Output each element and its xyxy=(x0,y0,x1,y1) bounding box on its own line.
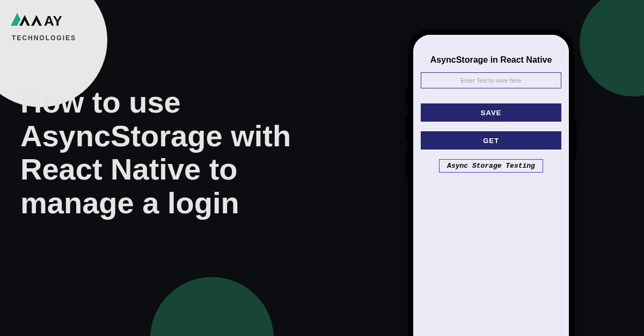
save-button[interactable]: SAVE xyxy=(421,103,561,122)
svg-marker-0 xyxy=(11,13,20,26)
svg-text:AY: AY xyxy=(44,13,62,29)
brand-logo: AY TECHNOLOGIES xyxy=(10,10,85,42)
result-output: Async Storage Testing xyxy=(439,159,543,173)
logo-mark: AY xyxy=(10,10,85,33)
app-title: AsyncStorage in React Native xyxy=(421,55,561,65)
decorative-circle-bottom xyxy=(150,277,274,336)
phone-screen: AsyncStorage in React Native SAVE GET As… xyxy=(413,35,569,336)
decorative-circle-top-right xyxy=(580,0,644,96)
phone-mockup: AsyncStorage in React Native SAVE GET As… xyxy=(408,29,574,336)
text-input[interactable] xyxy=(421,72,561,88)
phone-volume-up xyxy=(406,115,408,142)
svg-marker-1 xyxy=(19,15,30,26)
svg-marker-2 xyxy=(31,15,42,26)
logo-subtext: TECHNOLOGIES xyxy=(12,34,76,42)
get-button[interactable]: GET xyxy=(421,131,561,150)
phone-volume-down xyxy=(406,150,408,177)
phone-silence-switch xyxy=(406,88,408,104)
logo-icon: AY xyxy=(10,10,85,33)
phone-power-button xyxy=(574,121,576,158)
page-title: How to use AsyncStorage with React Nativ… xyxy=(20,86,353,220)
